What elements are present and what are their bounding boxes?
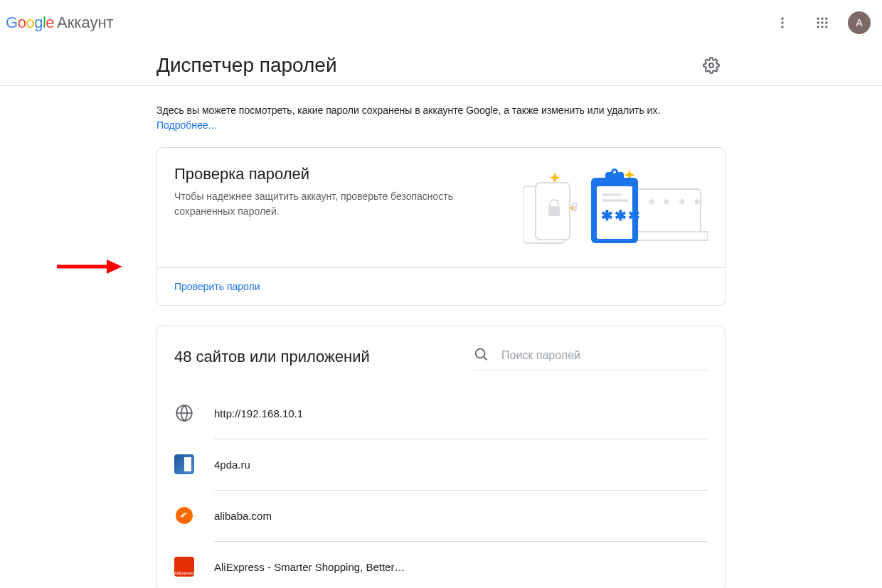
password-list-card: 48 сайтов или приложений http://192.168.… [156,326,726,588]
svg-point-4 [821,18,823,20]
site-favicon-alibaba [174,506,194,525]
svg-point-8 [825,21,827,23]
svg-rect-22 [631,232,708,240]
avatar[interactable]: А [848,11,871,34]
site-label: 4pda.ru [214,459,250,471]
account-label: Аккаунт [57,14,114,32]
svg-point-0 [781,18,783,20]
list-item[interactable]: http://192.168.10.1 [174,387,708,439]
svg-point-18 [573,203,577,207]
search-input[interactable] [500,348,708,363]
content: Здесь вы можете посмотреть, какие пароли… [142,86,740,588]
svg-line-32 [484,357,487,360]
list-title: 48 сайтов или приложений [174,348,370,366]
intro-text: Здесь вы можете посмотреть, какие пароли… [156,103,726,133]
svg-rect-19 [573,207,577,211]
list-header: 48 сайтов или приложений [174,343,708,370]
card-footer: Проверить пароли [157,267,725,305]
list-item[interactable]: alibaba.com [174,490,708,541]
topbar-actions: А [768,9,871,37]
svg-point-11 [825,26,827,28]
more-vert-icon[interactable] [768,9,797,37]
page-title: Диспетчер паролей [156,54,337,77]
svg-point-10 [821,26,823,28]
learn-more-link[interactable]: Подробнее... [156,119,216,131]
apps-grid-icon[interactable] [808,9,836,37]
svg-point-5 [825,18,827,20]
annotation-arrow-icon [57,260,122,274]
card-text: Проверка паролей Чтобы надежнее защитить… [174,165,473,219]
svg-rect-20 [637,189,701,232]
card-title: Проверка паролей [174,165,473,183]
svg-point-6 [817,21,819,23]
svg-point-31 [476,349,485,358]
topbar: Google Аккаунт А [0,0,882,46]
globe-icon [174,403,194,423]
svg-point-7 [821,21,823,23]
page-header: Диспетчер паролей [142,46,740,85]
check-passwords-button[interactable]: Проверить пароли [174,281,260,292]
svg-rect-17 [548,206,560,216]
svg-marker-14 [107,260,122,274]
search-icon [473,346,489,364]
svg-point-12 [709,63,713,68]
site-label: http://192.168.10.1 [214,407,303,419]
site-favicon-4pda [174,454,194,474]
svg-text:✱✱✱: ✱✱✱ [601,208,642,223]
list-item[interactable]: 4pda.ru [174,439,708,490]
card-subtitle: Чтобы надежнее защитить аккаунт, проверь… [174,189,473,219]
search-passwords[interactable] [473,343,708,370]
svg-point-27 [613,171,616,173]
site-label: AliExpress - Smarter Shopping, Better… [214,561,405,573]
svg-point-2 [781,26,783,28]
password-list: http://192.168.10.1 4pda.ru alibaba.com … [174,387,708,588]
brand[interactable]: Google Аккаунт [6,14,114,32]
list-item[interactable]: AliExpress AliExpress - Smarter Shopping… [174,541,708,588]
site-favicon-aliexpress: AliExpress [174,557,194,577]
svg-point-3 [817,18,819,20]
google-logo: Google [6,14,54,32]
gear-icon[interactable] [697,51,726,80]
password-checkup-illustration: ✱ ✱ ✱ ✱ ✱ ✱✱✱ [523,165,708,250]
svg-point-9 [817,26,819,28]
svg-point-1 [781,21,783,23]
password-checkup-card: Проверка паролей Чтобы надежнее защитить… [156,147,726,306]
site-label: alibaba.com [214,510,272,522]
svg-text:✱ ✱ ✱ ✱ ✱: ✱ ✱ ✱ ✱ ✱ [648,197,708,207]
